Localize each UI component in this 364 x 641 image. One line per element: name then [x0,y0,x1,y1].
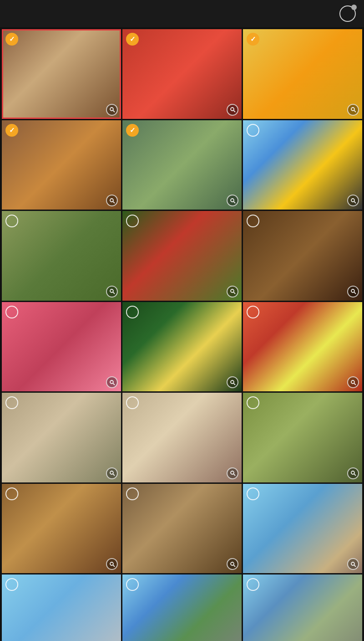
zoom-icon-12[interactable] [347,376,359,388]
svg-line-29 [354,474,356,476]
photo-bg-2 [122,29,242,119]
zoom-icon-2[interactable] [227,104,238,116]
svg-line-17 [354,292,356,294]
select-circle-12[interactable] [247,306,259,318]
photo-cell-2[interactable] [122,29,242,119]
zoom-icon-7[interactable] [106,286,118,297]
photo-bg-16 [2,484,121,574]
select-circle-14[interactable] [126,396,139,409]
select-circle-17[interactable] [126,487,139,500]
zoom-icon-4[interactable] [106,195,118,206]
select-circle-3[interactable] [247,33,259,46]
svg-point-28 [351,471,354,474]
photo-bg-5 [122,120,242,210]
svg-point-0 [110,108,113,111]
photo-cell-5[interactable] [122,120,242,210]
select-circle-9[interactable] [247,215,259,227]
photo-cell-21[interactable] [243,574,362,641]
select-circle-7[interactable] [5,215,18,227]
photo-cell-12[interactable] [243,302,362,392]
svg-point-12 [110,289,113,292]
svg-line-1 [113,111,115,113]
svg-line-7 [113,201,115,203]
photo-bg-12 [243,302,362,392]
svg-line-35 [354,565,356,567]
select-circle-1[interactable] [5,33,18,46]
zoom-icon-1[interactable] [106,104,118,116]
photo-cell-15[interactable] [243,393,362,482]
svg-line-3 [233,111,235,113]
photo-cell-20[interactable] [122,574,242,641]
zoom-icon-9[interactable] [347,286,359,297]
select-circle-10[interactable] [5,306,18,318]
photo-bg-17 [122,484,242,574]
select-circle-5[interactable] [126,124,139,137]
photo-cell-1[interactable] [2,29,121,119]
svg-point-16 [351,289,354,292]
photo-cell-8[interactable] [122,211,242,301]
photo-bg-6 [243,120,362,210]
svg-line-5 [354,111,356,113]
zoom-icon-10[interactable] [106,376,118,388]
photo-bg-3 [243,29,362,119]
photo-cell-6[interactable] [243,120,362,210]
zoom-icon-14[interactable] [227,467,238,479]
svg-line-25 [113,474,115,476]
zoom-icon-5[interactable] [227,195,238,206]
select-circle-15[interactable] [247,396,259,409]
photo-cell-10[interactable] [2,302,121,392]
zoom-icon-11[interactable] [227,376,238,388]
svg-point-22 [351,380,354,384]
select-circle-18[interactable] [247,487,259,500]
select-all-button[interactable] [339,5,356,22]
photo-bg-15 [243,393,362,482]
select-circle-4[interactable] [5,124,18,137]
select-circle-6[interactable] [247,124,259,137]
photo-cell-9[interactable] [243,211,362,301]
svg-point-6 [110,199,113,202]
zoom-icon-16[interactable] [106,558,118,570]
photo-bg-18 [243,484,362,574]
photo-bg-20 [122,574,242,641]
svg-line-9 [233,201,235,203]
select-circle-19[interactable] [5,578,18,591]
svg-point-14 [231,289,234,292]
photo-bg-21 [243,574,362,641]
photo-cell-16[interactable] [2,484,121,574]
photo-bg-9 [243,211,362,301]
select-circle-13[interactable] [5,396,18,409]
svg-point-26 [231,471,234,474]
select-circle-2[interactable] [126,33,139,46]
select-circle-16[interactable] [5,487,18,500]
photo-bg-7 [2,211,121,301]
zoom-icon-13[interactable] [106,467,118,479]
select-circle-11[interactable] [126,306,139,318]
svg-line-21 [233,383,235,385]
photo-bg-10 [2,302,121,392]
zoom-icon-18[interactable] [347,558,359,570]
zoom-icon-3[interactable] [347,104,359,116]
svg-line-31 [113,565,115,567]
zoom-icon-17[interactable] [227,558,238,570]
photo-cell-14[interactable] [122,393,242,482]
photo-cell-11[interactable] [122,302,242,392]
svg-line-13 [113,292,115,294]
svg-point-30 [110,562,113,565]
select-circle-21[interactable] [247,578,259,591]
svg-point-32 [231,562,234,565]
select-circle-20[interactable] [126,578,139,591]
photo-cell-13[interactable] [2,393,121,482]
photo-cell-17[interactable] [122,484,242,574]
photo-cell-19[interactable] [2,574,121,641]
photo-cell-4[interactable] [2,120,121,210]
photo-bg-14 [122,393,242,482]
svg-line-27 [233,474,235,476]
photo-cell-3[interactable] [243,29,362,119]
svg-line-15 [233,292,235,294]
zoom-icon-15[interactable] [347,467,359,479]
zoom-icon-6[interactable] [347,195,359,206]
photo-cell-7[interactable] [2,211,121,301]
photo-cell-18[interactable] [243,484,362,574]
select-circle-8[interactable] [126,215,139,227]
zoom-icon-8[interactable] [227,286,238,297]
